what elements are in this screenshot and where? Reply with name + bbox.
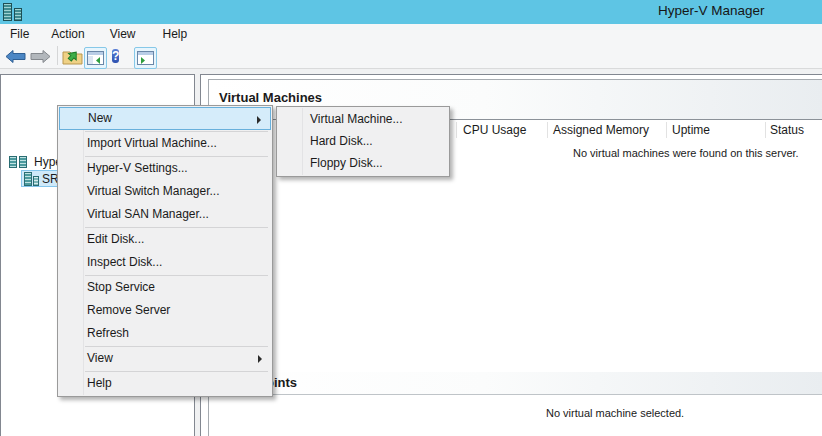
column-assigned-memory[interactable]: Assigned Memory	[553, 123, 649, 137]
menubar: File Action View Help	[0, 24, 822, 43]
menu-item-stop-service[interactable]: Stop Service	[59, 276, 271, 299]
hyperv-app-icon	[3, 3, 25, 21]
menu-item-view[interactable]: View	[59, 347, 271, 370]
server-icon	[24, 172, 39, 186]
show-console-tree-icon[interactable]	[84, 47, 107, 69]
show-action-pane-icon[interactable]	[134, 47, 157, 69]
menu-item-label: Inspect Disk...	[87, 255, 162, 269]
titlebar[interactable]: Hyper-V Manager	[0, 0, 822, 24]
menu-item-label: New	[88, 111, 112, 125]
forward-icon[interactable]	[30, 49, 51, 67]
menu-action[interactable]: Action	[43, 26, 92, 42]
menu-item-virtual-san-manager[interactable]: Virtual SAN Manager...	[59, 203, 271, 226]
menu-item-label: Remove Server	[87, 303, 170, 317]
column-separator[interactable]	[456, 122, 457, 138]
new-submenu: Virtual Machine... Hard Disk... Floppy D…	[276, 106, 450, 177]
column-separator[interactable]	[547, 122, 548, 138]
no-selection-message: No virtual machine selected.	[546, 407, 684, 419]
menu-item-label: Hyper-V Settings...	[87, 161, 188, 175]
column-separator[interactable]	[765, 122, 766, 138]
menu-item-label: Help	[87, 376, 112, 390]
menu-item-refresh[interactable]: Refresh	[59, 322, 271, 345]
submenu-item-virtual-machine[interactable]: Virtual Machine...	[278, 108, 448, 130]
column-status[interactable]: Status	[770, 123, 804, 137]
submenu-arrow-icon	[258, 355, 262, 363]
menu-item-label: Virtual Machine...	[310, 112, 403, 126]
menu-item-label: Hard Disk...	[310, 134, 373, 148]
menu-item-hyperv-settings[interactable]: Hyper-V Settings...	[59, 157, 271, 180]
menu-view[interactable]: View	[102, 26, 144, 42]
checkpoints-header-bar: Checkpoints	[209, 372, 822, 395]
menu-item-edit-disk[interactable]: Edit Disk...	[59, 228, 271, 251]
help-icon[interactable]: ?	[112, 48, 119, 65]
column-cpu-usage[interactable]: CPU Usage	[463, 123, 526, 137]
export-folder-icon[interactable]	[62, 48, 83, 68]
menu-item-inspect-disk[interactable]: Inspect Disk...	[59, 251, 271, 274]
back-icon[interactable]	[5, 49, 26, 67]
menu-help[interactable]: Help	[155, 26, 196, 42]
menu-item-label: Refresh	[87, 326, 129, 340]
menu-item-import-virtual-machine[interactable]: Import Virtual Machine...	[59, 132, 271, 155]
menu-item-label: View	[87, 351, 113, 365]
context-menu: New Import Virtual Machine... Hyper-V Se…	[57, 105, 273, 397]
window-title: Hyper-V Manager	[658, 3, 765, 18]
hyperv-manager-icon	[9, 155, 28, 169]
menu-item-virtual-switch-manager[interactable]: Virtual Switch Manager...	[59, 180, 271, 203]
vm-empty-message: No virtual machines were found on this s…	[573, 147, 799, 159]
submenu-item-floppy-disk[interactable]: Floppy Disk...	[278, 152, 448, 174]
menu-item-label: Stop Service	[87, 280, 155, 294]
menu-item-help[interactable]: Help	[59, 372, 271, 395]
menu-item-remove-server[interactable]: Remove Server	[59, 299, 271, 322]
menu-item-new[interactable]: New	[59, 107, 271, 130]
menu-file[interactable]: File	[2, 26, 37, 42]
menu-item-label: Import Virtual Machine...	[87, 136, 217, 150]
submenu-item-hard-disk[interactable]: Hard Disk...	[278, 130, 448, 152]
menu-item-label: Virtual Switch Manager...	[87, 184, 220, 198]
menu-item-label: Edit Disk...	[87, 232, 144, 246]
submenu-arrow-icon	[257, 116, 261, 124]
column-uptime[interactable]: Uptime	[672, 123, 710, 137]
toolbar-separator	[57, 46, 58, 65]
menu-item-label: Virtual SAN Manager...	[87, 207, 209, 221]
menu-item-label: Floppy Disk...	[310, 156, 383, 170]
toolbar: ?	[0, 43, 822, 69]
hyperv-manager-window: Hyper-V Manager File Action View Help	[0, 0, 822, 436]
column-separator[interactable]	[666, 122, 667, 138]
virtual-machines-title: Virtual Machines	[219, 90, 322, 105]
